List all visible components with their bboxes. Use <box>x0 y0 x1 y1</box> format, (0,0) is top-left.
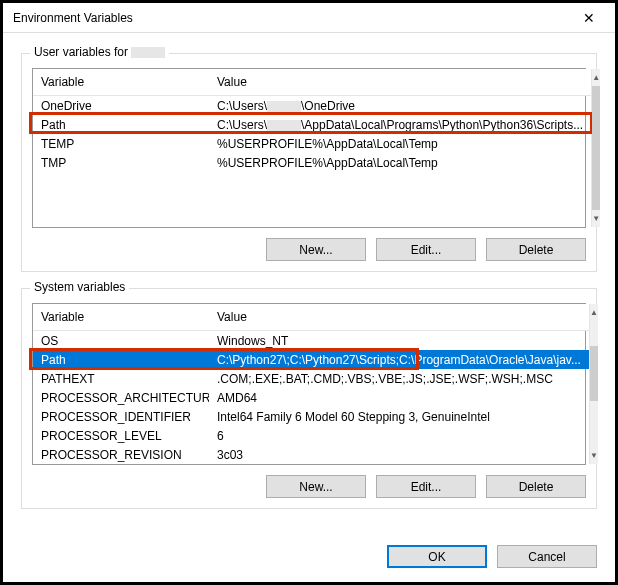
val-cell: AMD64 <box>209 391 589 405</box>
var-cell: TEMP <box>33 137 209 151</box>
table-row[interactable]: PROCESSOR_ARCHITECTURE AMD64 <box>33 388 589 407</box>
var-cell: PROCESSOR_IDENTIFIER <box>33 410 209 424</box>
val-cell: C:\Python27\;C:\Python27\Scripts;C:\Prog… <box>209 353 589 367</box>
scroll-up-icon[interactable]: ▲ <box>592 69 600 86</box>
var-cell: Path <box>33 353 209 367</box>
var-cell: PROCESSOR_REVISION <box>33 448 209 462</box>
col-value-header[interactable]: Value <box>209 304 589 330</box>
system-vars-group: System variables Variable Value OS Windo… <box>21 288 597 509</box>
titlebar: Environment Variables ✕ <box>3 3 615 33</box>
scroll-up-icon[interactable]: ▲ <box>590 304 598 321</box>
var-cell: PATHEXT <box>33 372 209 386</box>
var-cell: OneDrive <box>33 99 209 113</box>
scroll-down-icon[interactable]: ▼ <box>590 447 598 464</box>
window-title: Environment Variables <box>13 11 569 25</box>
table-row[interactable]: Path C:\Users\\AppData\Local\Programs\Py… <box>33 115 591 134</box>
scrollbar[interactable]: ▲ ▼ <box>591 69 600 227</box>
val-cell: 6 <box>209 429 589 443</box>
table-row[interactable]: TEMP %USERPROFILE%\AppData\Local\Temp <box>33 134 591 153</box>
scroll-track[interactable] <box>590 321 598 447</box>
user-vars-label-prefix: User variables for <box>34 45 131 59</box>
user-edit-button[interactable]: Edit... <box>376 238 476 261</box>
sys-list-header: Variable Value <box>33 304 589 331</box>
cancel-button[interactable]: Cancel <box>497 545 597 568</box>
val-cell: %USERPROFILE%\AppData\Local\Temp <box>209 156 591 170</box>
sys-list-rows: OS Windows_NT Path C:\Python27\;C:\Pytho… <box>33 331 589 464</box>
system-vars-label: System variables <box>30 280 129 294</box>
var-cell: PROCESSOR_ARCHITECTURE <box>33 391 209 405</box>
redacted-text <box>267 120 301 131</box>
scroll-thumb[interactable] <box>592 86 600 210</box>
table-row[interactable]: Path C:\Python27\;C:\Python27\Scripts;C:… <box>33 350 589 369</box>
user-list-rows: OneDrive C:\Users\\OneDrive Path C:\User… <box>33 96 591 172</box>
val-cell: %USERPROFILE%\AppData\Local\Temp <box>209 137 591 151</box>
scrollbar[interactable]: ▲ ▼ <box>589 304 598 464</box>
var-cell: OS <box>33 334 209 348</box>
redacted-text <box>267 101 301 112</box>
user-list-header: Variable Value <box>33 69 591 96</box>
col-value-header[interactable]: Value <box>209 69 591 95</box>
var-cell: TMP <box>33 156 209 170</box>
close-icon[interactable]: ✕ <box>569 3 609 32</box>
scroll-track[interactable] <box>592 86 600 210</box>
table-row[interactable]: PATHEXT .COM;.EXE;.BAT;.CMD;.VBS;.VBE;.J… <box>33 369 589 388</box>
env-vars-dialog: Environment Variables ✕ User variables f… <box>0 0 618 585</box>
val-cell: Windows_NT <box>209 334 589 348</box>
col-variable-header[interactable]: Variable <box>33 304 209 330</box>
redacted-username <box>131 47 165 58</box>
val-cell: C:\Users\\OneDrive <box>209 99 591 113</box>
ok-button[interactable]: OK <box>387 545 487 568</box>
table-row[interactable]: PROCESSOR_LEVEL 6 <box>33 426 589 445</box>
table-row[interactable]: PROCESSOR_IDENTIFIER Intel64 Family 6 Mo… <box>33 407 589 426</box>
user-vars-list[interactable]: Variable Value OneDrive C:\Users\\OneDri… <box>32 68 586 228</box>
user-new-button[interactable]: New... <box>266 238 366 261</box>
sys-edit-button[interactable]: Edit... <box>376 475 476 498</box>
val-cell: .COM;.EXE;.BAT;.CMD;.VBS;.VBE;.JS;.JSE;.… <box>209 372 589 386</box>
val-cell: C:\Users\\AppData\Local\Programs\Python\… <box>209 118 591 132</box>
sys-new-button[interactable]: New... <box>266 475 366 498</box>
user-vars-label: User variables for <box>30 45 169 59</box>
table-row[interactable]: TMP %USERPROFILE%\AppData\Local\Temp <box>33 153 591 172</box>
table-row[interactable]: PROCESSOR_REVISION 3c03 <box>33 445 589 464</box>
scroll-down-icon[interactable]: ▼ <box>592 210 600 227</box>
val-cell: 3c03 <box>209 448 589 462</box>
user-delete-button[interactable]: Delete <box>486 238 586 261</box>
col-variable-header[interactable]: Variable <box>33 69 209 95</box>
var-cell: Path <box>33 118 209 132</box>
user-vars-group: User variables for Variable Value OneDri… <box>21 53 597 272</box>
val-cell: Intel64 Family 6 Model 60 Stepping 3, Ge… <box>209 410 589 424</box>
table-row[interactable]: OS Windows_NT <box>33 331 589 350</box>
system-vars-list[interactable]: Variable Value OS Windows_NT Path C:\Pyt… <box>32 303 586 465</box>
table-row[interactable]: OneDrive C:\Users\\OneDrive <box>33 96 591 115</box>
sys-delete-button[interactable]: Delete <box>486 475 586 498</box>
var-cell: PROCESSOR_LEVEL <box>33 429 209 443</box>
scroll-thumb[interactable] <box>590 346 598 401</box>
